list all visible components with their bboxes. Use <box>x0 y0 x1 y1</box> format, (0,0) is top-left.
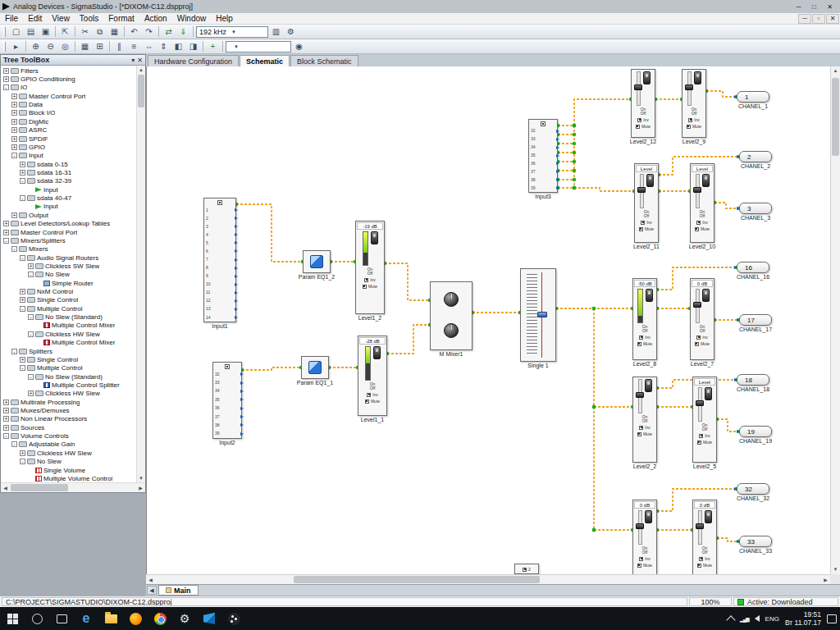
start-button[interactable] <box>0 607 25 630</box>
block-ch3[interactable]: 3CHANEL_3 <box>739 203 772 214</box>
tree-item-no-slew[interactable]: -No Slew <box>2 458 136 466</box>
block-level2_5[interactable]: LevelOnOff Inv MuteLevel2_5 <box>692 377 717 463</box>
collapse-icon[interactable]: - <box>3 238 9 244</box>
scroll-left-icon[interactable]: ◀ <box>1 483 10 492</box>
enable-checkbox[interactable] <box>217 200 222 205</box>
enable-checkbox[interactable] <box>523 568 527 572</box>
expand-icon[interactable]: + <box>3 230 9 235</box>
collapse-icon[interactable]: - <box>28 374 34 380</box>
tree-item-multiple-control-mixer[interactable]: Multiple Control Mixer <box>2 322 136 330</box>
tree-item-multirate-processing[interactable]: +Multirate Processing <box>2 398 136 406</box>
expand-icon[interactable]: + <box>11 212 17 218</box>
hardware-configuration-icon[interactable]: ▥ <box>269 25 283 38</box>
undo-icon[interactable]: ↶ <box>127 25 141 38</box>
collapse-icon[interactable]: - <box>11 246 17 252</box>
network-icon[interactable]: ▂▄▆ <box>740 616 748 622</box>
signal-wire[interactable] <box>717 538 739 541</box>
menu-tools[interactable]: Tools <box>75 13 103 24</box>
expand-icon[interactable]: + <box>3 416 9 422</box>
block-single1[interactable]: Single 1 <box>520 268 556 362</box>
tree-item-single-volume[interactable]: Single Volume <box>2 466 136 474</box>
minimize-button[interactable]: ─ <box>791 1 806 12</box>
expand-icon[interactable]: + <box>3 68 9 74</box>
fader-handle[interactable] <box>637 187 646 193</box>
fader-handle[interactable] <box>696 400 704 406</box>
mdi-minimize-button[interactable]: ─ <box>798 14 811 24</box>
collapse-icon[interactable]: - <box>20 255 25 261</box>
zoom-in-icon[interactable]: ⊕ <box>29 40 43 52</box>
expand-icon[interactable]: + <box>11 102 17 107</box>
collapse-icon[interactable]: - <box>28 272 34 277</box>
tree-item-sdata-40-47[interactable]: -sdata 40-47 <box>2 194 136 202</box>
taskbar-app-file-explorer[interactable] <box>98 607 123 630</box>
expand-icon[interactable]: + <box>3 76 9 82</box>
tree-item-multiple-control[interactable]: -Multiple Control <box>2 364 136 372</box>
tree-item-clickless-hw-slew[interactable]: +Clickless HW Slew <box>2 449 136 457</box>
tree-item-input[interactable]: Input <box>2 185 136 194</box>
tree-item-output[interactable]: +Output <box>2 211 136 219</box>
mute-switch[interactable] <box>702 289 710 302</box>
collapse-icon[interactable]: - <box>20 306 25 312</box>
signal-wire[interactable] <box>387 325 430 354</box>
collapse-icon[interactable]: - <box>11 153 17 158</box>
menu-view[interactable]: View <box>47 13 75 24</box>
tree-item-level-detectors-lookup-tables[interactable]: +Level Detectors/Lookup Tables <box>2 219 136 227</box>
inv-checkbox[interactable] <box>699 557 703 561</box>
panel-close-icon[interactable]: ✕ <box>137 57 143 64</box>
settings-icon[interactable]: ⚙ <box>284 25 298 38</box>
collapse-icon[interactable]: - <box>3 433 9 439</box>
fader-handle[interactable] <box>373 346 381 359</box>
expand-icon[interactable]: + <box>11 110 17 116</box>
block-input1[interactable]: 1234567891011121314Input1 <box>203 198 236 322</box>
block-ch32[interactable]: 32CHANEL_32 <box>737 483 769 495</box>
tree-item-block-i-o[interactable]: +Block I/O <box>2 109 136 117</box>
inv-checkbox[interactable] <box>688 118 692 122</box>
tree-item-single-control[interactable]: +Single Control <box>2 355 136 363</box>
tree-item-no-slew-standard[interactable]: -No Slew (Standard) <box>2 372 136 381</box>
taskbar-app-chrome[interactable] <box>148 607 172 630</box>
block-level2_4[interactable]: 0 dBOnOff Inv MuteLevel2_4 <box>692 500 717 574</box>
tree-vertical-scrollbar[interactable]: ▲ ▼ <box>136 66 145 482</box>
tree-item-no-slew[interactable]: -No Slew <box>2 271 136 279</box>
tree-item-multiple-volume-control[interactable]: Multiple Volume Control <box>2 474 136 482</box>
redo-icon[interactable]: ↷ <box>142 25 156 38</box>
canvas-horizontal-scrollbar[interactable]: ◀ ▶ <box>146 574 830 584</box>
task-view-button[interactable] <box>49 607 74 630</box>
signal-wire[interactable] <box>574 99 631 126</box>
fader-handle[interactable] <box>693 302 701 308</box>
copy-icon[interactable]: ⧉ <box>93 25 107 38</box>
inv-checkbox[interactable] <box>696 336 701 340</box>
inv-checkbox[interactable] <box>637 118 641 122</box>
expand-icon[interactable]: + <box>11 144 17 150</box>
tree-item-muxes-demuxes[interactable]: +Muxes/Demuxes <box>2 406 136 414</box>
fader-handle[interactable] <box>636 392 644 398</box>
tree-item-non-linear-processors[interactable]: +Non Linear Processors <box>2 415 136 423</box>
block-ch19[interactable]: 19CHANEL_19 <box>739 426 772 437</box>
sheet-tab-main[interactable]: Main <box>158 585 199 596</box>
block-ch33[interactable]: 33CHANEL_33 <box>739 536 772 547</box>
scroll-up-icon[interactable]: ▲ <box>831 66 840 75</box>
expand-icon[interactable]: + <box>28 390 34 396</box>
tree-item-input[interactable]: -Input <box>2 152 136 160</box>
signal-wire[interactable] <box>385 263 430 300</box>
tree-item-mixers[interactable]: -Mixers <box>2 245 136 253</box>
grid-toggle-icon[interactable]: ▦ <box>78 40 92 52</box>
fader-handle[interactable] <box>693 187 701 193</box>
block-ch1[interactable]: 1CHANEL_1 <box>737 91 769 103</box>
fader-handle[interactable] <box>371 231 378 244</box>
mute-switch[interactable] <box>705 387 712 400</box>
align-left-icon[interactable]: ∥ <box>112 40 126 52</box>
menu-action[interactable]: Action <box>139 13 172 24</box>
mute-checkbox[interactable] <box>365 399 369 404</box>
signal-wire[interactable] <box>706 91 737 97</box>
save-project-icon[interactable]: ▣ <box>39 25 52 38</box>
align-top-icon[interactable]: ≡ <box>127 40 141 52</box>
tree-item-single-control[interactable]: +Single Control <box>2 296 136 304</box>
inv-checkbox[interactable] <box>639 336 643 340</box>
enable-checkbox[interactable] <box>541 121 546 126</box>
zoom-fit-icon[interactable]: ◎ <box>58 40 72 52</box>
block-input2[interactable]: 3233343536373839Input2 <box>212 362 242 439</box>
sheet-nav-left-icon[interactable]: ◀ <box>147 586 157 595</box>
fader-handle[interactable] <box>634 84 642 90</box>
tree-item-gpio[interactable]: +GPIO <box>2 143 136 151</box>
